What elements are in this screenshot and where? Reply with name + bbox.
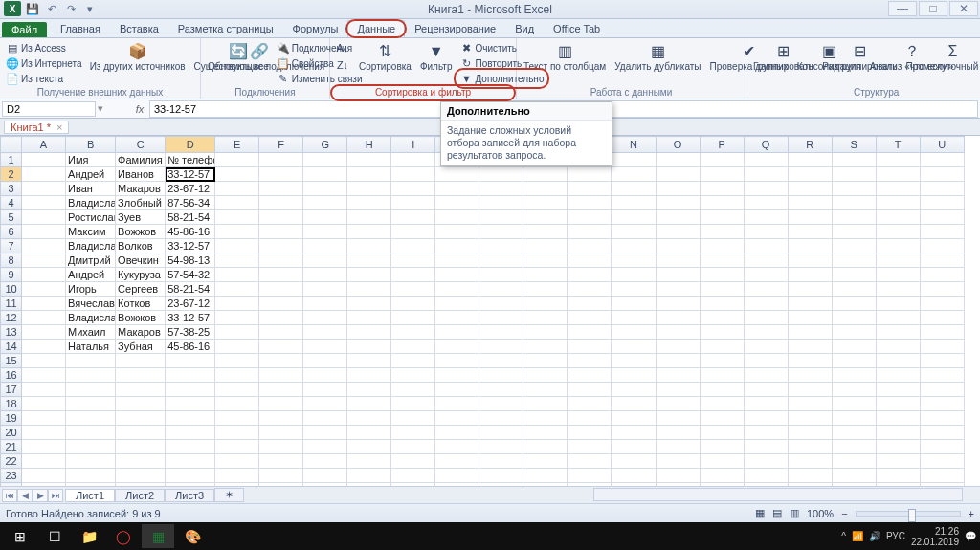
cell[interactable]: [656, 182, 700, 196]
cell[interactable]: 57-38-25: [166, 325, 215, 340]
cell[interactable]: [479, 383, 523, 397]
cell[interactable]: [568, 210, 612, 225]
cell[interactable]: [832, 397, 876, 411]
cell[interactable]: [832, 411, 876, 426]
cell[interactable]: [612, 454, 656, 469]
cell[interactable]: [788, 426, 832, 440]
cell[interactable]: [435, 325, 479, 340]
cell[interactable]: [435, 167, 479, 182]
zoom-slider[interactable]: [856, 511, 961, 517]
cell[interactable]: [259, 297, 303, 311]
row-header[interactable]: 15: [1, 354, 22, 368]
from-other-button[interactable]: 📦Из других источников: [87, 40, 189, 73]
cell[interactable]: [116, 354, 166, 368]
browser-icon[interactable]: ◯: [107, 524, 140, 548]
cell[interactable]: [832, 239, 876, 253]
cell[interactable]: Игорь: [66, 282, 116, 297]
cell[interactable]: [347, 297, 391, 311]
column-header[interactable]: S: [832, 137, 876, 153]
notifications-icon[interactable]: 💬: [965, 531, 976, 541]
cell[interactable]: [876, 340, 920, 354]
cell[interactable]: [22, 297, 66, 311]
tab-view[interactable]: Вид: [505, 20, 544, 37]
cell[interactable]: [215, 440, 259, 454]
cell[interactable]: [22, 196, 66, 210]
ungroup-button[interactable]: ⊟Разгруппировать: [819, 40, 900, 73]
cell[interactable]: [523, 239, 568, 253]
cell[interactable]: [116, 411, 166, 426]
cell[interactable]: [612, 383, 656, 397]
cell[interactable]: [166, 354, 215, 368]
cell[interactable]: [700, 225, 744, 239]
cell[interactable]: 87-56-34: [166, 196, 215, 210]
row-header[interactable]: 9: [1, 268, 22, 282]
cell[interactable]: [788, 354, 832, 368]
cell[interactable]: [22, 325, 66, 340]
cell[interactable]: [66, 469, 116, 483]
cell[interactable]: [259, 325, 303, 340]
cell[interactable]: [22, 354, 66, 368]
cell[interactable]: [876, 426, 920, 440]
cell[interactable]: [347, 282, 391, 297]
cell[interactable]: [435, 225, 479, 239]
cell[interactable]: [347, 383, 391, 397]
row-header[interactable]: 18: [1, 397, 22, 411]
column-header[interactable]: E: [215, 137, 259, 153]
cell[interactable]: [303, 196, 347, 210]
cell[interactable]: [22, 454, 66, 469]
cell[interactable]: [259, 210, 303, 225]
paint-icon[interactable]: 🎨: [176, 524, 209, 548]
cell[interactable]: [303, 167, 347, 182]
cell[interactable]: [347, 411, 391, 426]
cell[interactable]: Котков: [116, 297, 166, 311]
cell[interactable]: [788, 340, 832, 354]
cell[interactable]: [920, 368, 964, 383]
cell[interactable]: Овечкин: [116, 253, 166, 268]
cell[interactable]: [523, 325, 568, 340]
cell[interactable]: [700, 182, 744, 196]
cell[interactable]: [166, 454, 215, 469]
cell[interactable]: [347, 253, 391, 268]
cell[interactable]: [876, 325, 920, 340]
row-header[interactable]: 7: [1, 239, 22, 253]
cell[interactable]: [656, 297, 700, 311]
cell[interactable]: [116, 368, 166, 383]
cell[interactable]: [523, 354, 568, 368]
cell[interactable]: [435, 383, 479, 397]
cell[interactable]: [788, 196, 832, 210]
cell[interactable]: [568, 368, 612, 383]
cell[interactable]: [612, 311, 656, 325]
cell[interactable]: [523, 469, 568, 483]
cell[interactable]: [479, 268, 523, 282]
sheet-nav-next-icon[interactable]: ▶: [33, 489, 48, 502]
cell[interactable]: [479, 225, 523, 239]
cell[interactable]: [744, 368, 788, 383]
cell[interactable]: [568, 268, 612, 282]
cell[interactable]: [22, 311, 66, 325]
cell[interactable]: [700, 368, 744, 383]
cell[interactable]: 58-21-54: [166, 282, 215, 297]
cell[interactable]: [479, 325, 523, 340]
cell[interactable]: [347, 210, 391, 225]
cell[interactable]: [259, 196, 303, 210]
cell[interactable]: [744, 167, 788, 182]
redo-icon[interactable]: ↷: [63, 1, 78, 16]
workbook-tab[interactable]: Книга1 *×: [4, 121, 69, 134]
cell[interactable]: [832, 253, 876, 268]
cell[interactable]: [656, 454, 700, 469]
maximize-button[interactable]: □: [919, 1, 947, 16]
row-header[interactable]: 4: [1, 196, 22, 210]
cell[interactable]: [391, 210, 435, 225]
cell[interactable]: [700, 282, 744, 297]
column-header[interactable]: D: [166, 137, 215, 153]
column-header[interactable]: I: [391, 137, 435, 153]
view-normal-icon[interactable]: ▦: [755, 507, 765, 519]
zoom-in-button[interactable]: +: [969, 508, 974, 519]
cell[interactable]: [876, 282, 920, 297]
cell[interactable]: [479, 282, 523, 297]
cell[interactable]: [788, 454, 832, 469]
cell[interactable]: [116, 383, 166, 397]
cell[interactable]: [920, 340, 964, 354]
cell[interactable]: [523, 167, 568, 182]
cell[interactable]: [832, 469, 876, 483]
